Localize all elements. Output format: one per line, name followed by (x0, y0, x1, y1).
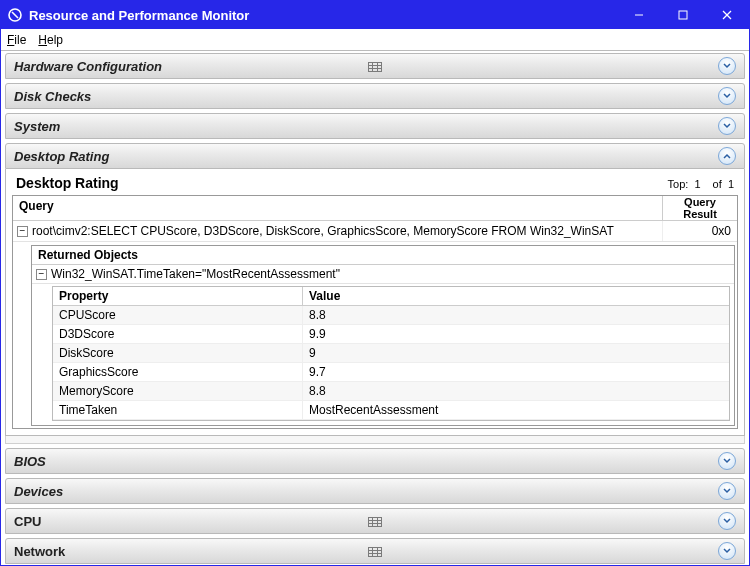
expand-button[interactable] (718, 482, 736, 500)
titlebar: Resource and Performance Monitor (1, 1, 749, 29)
section-desktop-rating[interactable]: Desktop Rating (5, 143, 745, 169)
query-header: Query (13, 196, 663, 220)
of-label: of (713, 178, 722, 190)
property-name: DiskScore (53, 344, 303, 362)
property-name: GraphicsScore (53, 363, 303, 381)
property-table-header: Property Value (53, 287, 729, 306)
query-text-cell: − root\cimv2:SELECT CPUScore, D3DScore, … (13, 221, 663, 241)
desktop-rating-panel: Desktop Rating Top: 1 of 1 Query Query R… (5, 169, 745, 436)
table-row: CPUScore 8.8 (53, 306, 729, 325)
svg-line-1 (12, 12, 18, 18)
section-title: BIOS (14, 454, 46, 469)
tree-collapse-icon[interactable]: − (36, 269, 47, 280)
table-row: DiskScore 9 (53, 344, 729, 363)
section-title: Network (14, 544, 65, 559)
table-row: GraphicsScore 9.7 (53, 363, 729, 382)
section-network[interactable]: Network (5, 538, 745, 564)
section-title: Disk Checks (14, 89, 91, 104)
section-cpu[interactable]: CPU (5, 508, 745, 534)
section-devices[interactable]: Devices (5, 478, 745, 504)
property-table: Property Value CPUScore 8.8 D3DScore 9.9… (52, 286, 730, 421)
table-row: MemoryScore 8.8 (53, 382, 729, 401)
property-value: 9.7 (303, 363, 729, 381)
query-text: root\cimv2:SELECT CPUScore, D3DScore, Di… (32, 224, 614, 238)
returned-object-row: − Win32_WinSAT.TimeTaken="MostRecentAsse… (32, 265, 734, 284)
property-value: 9.9 (303, 325, 729, 343)
property-name: D3DScore (53, 325, 303, 343)
query-row: − root\cimv2:SELECT CPUScore, D3DScore, … (13, 221, 737, 242)
top-label: Top: (668, 178, 689, 190)
property-value: 8.8 (303, 382, 729, 400)
expand-button[interactable] (718, 57, 736, 75)
section-title: Desktop Rating (14, 149, 109, 164)
expand-button[interactable] (718, 87, 736, 105)
expand-button[interactable] (718, 512, 736, 530)
grid-icon (368, 61, 382, 71)
minimize-button[interactable] (617, 1, 661, 29)
query-table-header: Query Query Result (13, 196, 737, 221)
table-row: TimeTaken MostRecentAssessment (53, 401, 729, 420)
app-icon (7, 7, 23, 23)
top-info: Top: 1 of 1 (668, 178, 734, 190)
svg-rect-16 (369, 548, 382, 557)
property-header: Property (53, 287, 303, 305)
section-title: Devices (14, 484, 63, 499)
expand-button[interactable] (718, 542, 736, 560)
svg-rect-3 (679, 11, 687, 19)
query-result-header: Query Result (663, 196, 737, 220)
property-value: 9 (303, 344, 729, 362)
section-title: Hardware Configuration (14, 59, 162, 74)
returned-objects-block: Returned Objects − Win32_WinSAT.TimeTake… (31, 245, 735, 426)
collapse-button[interactable] (718, 147, 736, 165)
query-table: Query Query Result − root\cimv2:SELECT C… (12, 195, 738, 429)
menu-help[interactable]: Help (38, 33, 63, 47)
returned-object-text: Win32_WinSAT.TimeTaken="MostRecentAssess… (51, 267, 340, 281)
menu-help-label: elp (47, 33, 63, 47)
of-value: 1 (728, 178, 734, 190)
svg-rect-11 (369, 518, 382, 527)
section-disk-checks[interactable]: Disk Checks (5, 83, 745, 109)
section-title: System (14, 119, 60, 134)
property-value: MostRecentAssessment (303, 401, 729, 419)
panel-title: Desktop Rating (16, 175, 119, 191)
menu-file-label: ile (14, 33, 26, 47)
panel-title-row: Desktop Rating Top: 1 of 1 (12, 173, 738, 195)
query-result-cell: 0x0 (663, 221, 737, 241)
value-header: Value (303, 287, 729, 305)
panel-footer-spacer (5, 436, 745, 444)
property-name: TimeTaken (53, 401, 303, 419)
section-system[interactable]: System (5, 113, 745, 139)
section-bios[interactable]: BIOS (5, 448, 745, 474)
svg-rect-6 (369, 63, 382, 72)
expand-button[interactable] (718, 452, 736, 470)
menu-file[interactable]: File (7, 33, 26, 47)
expand-button[interactable] (718, 117, 736, 135)
section-hardware-configuration[interactable]: Hardware Configuration (5, 53, 745, 79)
returned-objects-header: Returned Objects (32, 246, 734, 265)
top-value: 1 (694, 178, 700, 190)
menubar: File Help (1, 29, 749, 51)
property-value: 8.8 (303, 306, 729, 324)
property-name: CPUScore (53, 306, 303, 324)
grid-icon (368, 546, 382, 556)
maximize-button[interactable] (661, 1, 705, 29)
tree-collapse-icon[interactable]: − (17, 226, 28, 237)
window-title: Resource and Performance Monitor (29, 8, 617, 23)
close-button[interactable] (705, 1, 749, 29)
table-row: D3DScore 9.9 (53, 325, 729, 344)
property-name: MemoryScore (53, 382, 303, 400)
content-area: Hardware Configuration Disk Checks Syste… (1, 51, 749, 565)
grid-icon (368, 516, 382, 526)
section-title: CPU (14, 514, 41, 529)
